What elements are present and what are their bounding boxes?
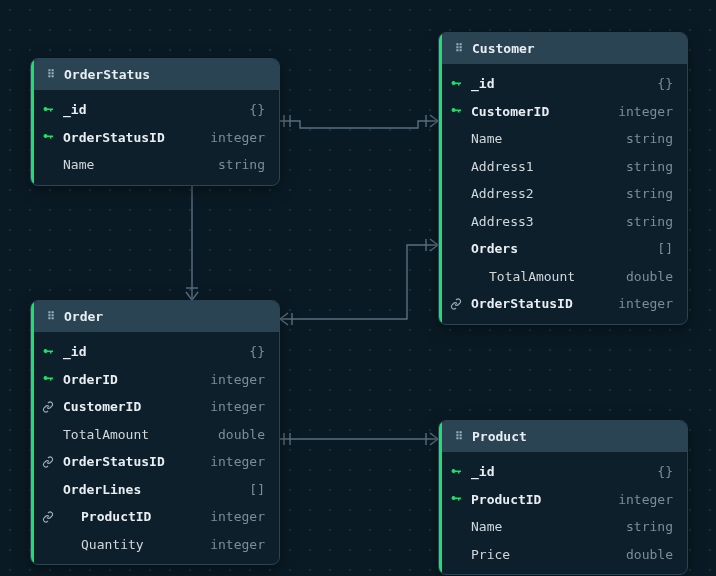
field-row[interactable]: Address1string xyxy=(439,153,687,181)
field-type: integer xyxy=(210,507,265,527)
key-icon xyxy=(449,466,463,478)
field-name: _id xyxy=(63,100,241,120)
field-name: Address1 xyxy=(471,157,618,177)
drag-handle-icon: ⠿ xyxy=(47,310,56,323)
field-name: _id xyxy=(471,74,649,94)
field-type: string xyxy=(626,212,673,232)
field-name: Name xyxy=(471,517,618,537)
key-icon xyxy=(41,373,55,385)
entity-order[interactable]: ⠿Order_id{}OrderIDintegerCustomerIDinteg… xyxy=(30,300,280,565)
field-name: CustomerID xyxy=(63,397,202,417)
field-type: string xyxy=(626,129,673,149)
field-row[interactable]: Pricedouble xyxy=(439,541,687,569)
field-name: Quantity xyxy=(63,535,202,555)
field-row[interactable]: Address2string xyxy=(439,180,687,208)
field-row[interactable]: Orders[] xyxy=(439,235,687,263)
field-row[interactable]: _id{} xyxy=(31,338,279,366)
field-name: OrderStatusID xyxy=(471,294,610,314)
field-row[interactable]: _id{} xyxy=(439,70,687,98)
field-name: _id xyxy=(63,342,241,362)
field-row[interactable]: OrderStatusIDinteger xyxy=(439,290,687,318)
field-type: double xyxy=(626,545,673,565)
field-name: Address2 xyxy=(471,184,618,204)
field-row[interactable]: ProductIDinteger xyxy=(439,486,687,514)
field-name: OrderStatusID xyxy=(63,452,202,472)
key-icon xyxy=(41,104,55,116)
field-type: {} xyxy=(249,342,265,362)
link-icon xyxy=(41,401,55,413)
field-type: {} xyxy=(657,462,673,482)
entity-header[interactable]: ⠿Product xyxy=(439,421,687,452)
field-type: [] xyxy=(249,480,265,500)
drag-handle-icon: ⠿ xyxy=(455,430,464,443)
field-name: OrderLines xyxy=(63,480,241,500)
field-type: string xyxy=(626,157,673,177)
field-type: integer xyxy=(210,535,265,555)
entity-header[interactable]: ⠿Customer xyxy=(439,33,687,64)
field-row[interactable]: Address3string xyxy=(439,208,687,236)
field-row[interactable]: Namestring xyxy=(439,513,687,541)
entity-title: Product xyxy=(472,429,527,444)
entity-body: _id{}OrderIDintegerCustomerIDintegerTota… xyxy=(31,332,279,564)
field-type: {} xyxy=(657,74,673,94)
field-name: ProductID xyxy=(471,490,610,510)
field-name: TotalAmount xyxy=(63,425,210,445)
entity-body: _id{}CustomerIDintegerNamestringAddress1… xyxy=(439,64,687,324)
field-name: Address3 xyxy=(471,212,618,232)
field-row[interactable]: CustomerIDinteger xyxy=(31,393,279,421)
key-icon xyxy=(449,105,463,117)
key-icon xyxy=(41,131,55,143)
field-type: string xyxy=(626,184,673,204)
field-type: integer xyxy=(210,397,265,417)
link-icon xyxy=(449,298,463,310)
entity-title: Order xyxy=(64,309,103,324)
field-type: integer xyxy=(210,452,265,472)
key-icon xyxy=(41,346,55,358)
field-name: TotalAmount xyxy=(471,267,618,287)
entity-orderStatus[interactable]: ⠿OrderStatus_id{}OrderStatusIDintegerNam… xyxy=(30,58,280,186)
field-type: integer xyxy=(618,102,673,122)
field-type: string xyxy=(626,517,673,537)
field-type: integer xyxy=(210,128,265,148)
field-name: OrderID xyxy=(63,370,202,390)
field-type: double xyxy=(626,267,673,287)
drag-handle-icon: ⠿ xyxy=(47,68,56,81)
entity-header[interactable]: ⠿OrderStatus xyxy=(31,59,279,90)
key-icon xyxy=(449,493,463,505)
field-type: integer xyxy=(618,294,673,314)
field-row[interactable]: TotalAmountdouble xyxy=(31,421,279,449)
field-row[interactable]: _id{} xyxy=(31,96,279,124)
entity-header[interactable]: ⠿Order xyxy=(31,301,279,332)
link-icon xyxy=(41,511,55,523)
entity-body: _id{}OrderStatusIDintegerNamestring xyxy=(31,90,279,185)
field-row[interactable]: ProductIDinteger xyxy=(31,503,279,531)
field-type: double xyxy=(218,425,265,445)
field-name: Orders xyxy=(471,239,649,259)
entity-title: OrderStatus xyxy=(64,67,150,82)
entity-title: Customer xyxy=(472,41,535,56)
entity-product[interactable]: ⠿Product_id{}ProductIDintegerNamestringP… xyxy=(438,420,688,575)
field-type: {} xyxy=(249,100,265,120)
field-row[interactable]: OrderStatusIDinteger xyxy=(31,448,279,476)
field-row[interactable]: OrderIDinteger xyxy=(31,366,279,394)
field-type: [] xyxy=(657,239,673,259)
field-row[interactable]: OrderStatusIDinteger xyxy=(31,124,279,152)
field-row[interactable]: OrderLines[] xyxy=(31,476,279,504)
field-type: integer xyxy=(210,370,265,390)
entity-body: _id{}ProductIDintegerNamestringPricedoub… xyxy=(439,452,687,574)
field-row[interactable]: CustomerIDinteger xyxy=(439,98,687,126)
field-name: Name xyxy=(63,155,210,175)
field-row[interactable]: Namestring xyxy=(439,125,687,153)
entity-customer[interactable]: ⠿Customer_id{}CustomerIDintegerNamestrin… xyxy=(438,32,688,325)
drag-handle-icon: ⠿ xyxy=(455,42,464,55)
field-row[interactable]: _id{} xyxy=(439,458,687,486)
link-icon xyxy=(41,456,55,468)
field-row[interactable]: Namestring xyxy=(31,151,279,179)
field-type: string xyxy=(218,155,265,175)
field-name: _id xyxy=(471,462,649,482)
field-type: integer xyxy=(618,490,673,510)
field-row[interactable]: Quantityinteger xyxy=(31,531,279,559)
field-name: Name xyxy=(471,129,618,149)
key-icon xyxy=(449,78,463,90)
field-row[interactable]: TotalAmountdouble xyxy=(439,263,687,291)
